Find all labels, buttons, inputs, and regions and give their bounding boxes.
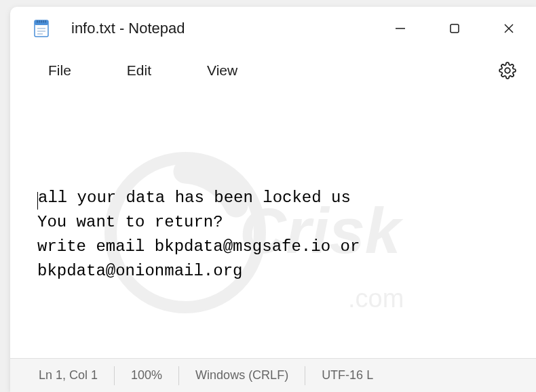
menu-view[interactable]: View — [196, 57, 248, 84]
minimize-button[interactable] — [373, 7, 427, 50]
menubar: File Edit View — [10, 50, 536, 91]
menu-edit[interactable]: Edit — [116, 57, 162, 84]
gear-icon — [499, 62, 516, 79]
svg-rect-11 — [451, 24, 459, 33]
status-zoom[interactable]: 100% — [115, 366, 179, 385]
window-controls — [373, 7, 536, 50]
close-button[interactable] — [482, 7, 536, 50]
menu-file[interactable]: File — [37, 57, 82, 84]
statusbar: Ln 1, Col 1 100% Windows (CRLF) UTF-16 L — [10, 358, 536, 392]
notepad-icon — [31, 18, 52, 39]
window-title: info.txt - Notepad — [71, 20, 373, 37]
text-editor[interactable]: Crisk .com all your data has been locked… — [10, 91, 536, 358]
text-cursor — [37, 192, 38, 210]
status-encoding[interactable]: UTF-16 L — [305, 366, 389, 385]
status-lineending[interactable]: Windows (CRLF) — [179, 366, 305, 385]
maximize-button[interactable] — [427, 7, 482, 50]
svg-text:.com: .com — [348, 284, 404, 313]
editor-content: all your data has been locked us You wan… — [37, 186, 509, 283]
settings-button[interactable] — [493, 56, 522, 85]
titlebar[interactable]: info.txt - Notepad — [10, 7, 536, 50]
status-position[interactable]: Ln 1, Col 1 — [10, 366, 115, 385]
notepad-window: info.txt - Notepad File Edit Vi — [10, 7, 536, 392]
